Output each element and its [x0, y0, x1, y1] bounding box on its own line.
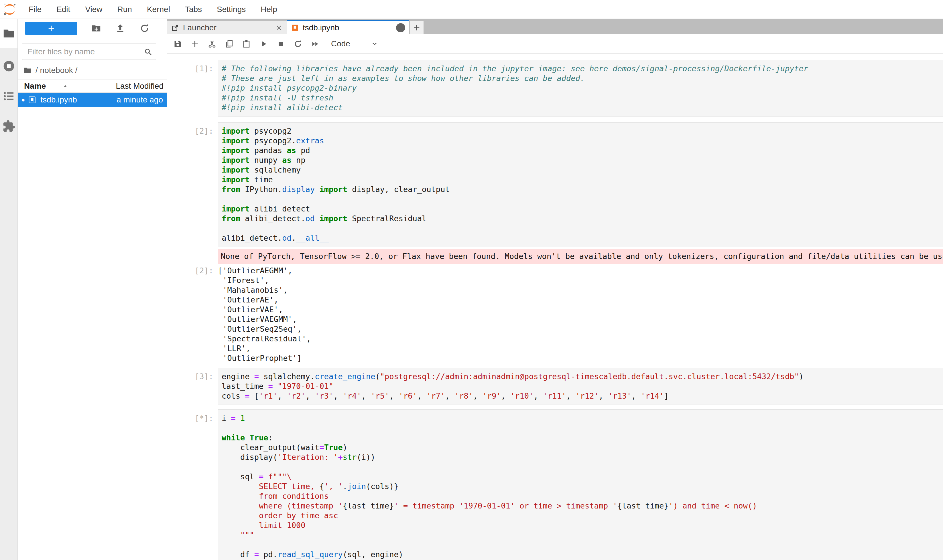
- file-browser-panel: / notebook / Name Last Modified ●tsdb.ip…: [18, 19, 167, 560]
- new-folder-button[interactable]: [91, 23, 101, 34]
- code-editor[interactable]: i = 1 while True: clear_output(wait=True…: [218, 409, 943, 560]
- upload-icon: [115, 23, 125, 34]
- cut-cells-button[interactable]: [204, 36, 219, 51]
- circle-stop-icon: [2, 60, 15, 73]
- plus-icon: [47, 24, 55, 32]
- fast-forward-icon: [311, 40, 319, 48]
- code-line: from alibi_detect.od import SpectralResi…: [222, 214, 943, 223]
- insert-cell-button[interactable]: [187, 36, 202, 51]
- new-launcher-button[interactable]: [25, 22, 77, 35]
- code-line: display('Iteration: '+str(i)): [222, 452, 943, 462]
- code-line: [222, 223, 943, 233]
- notebook-cell: [1]:# The following libraries have alrea…: [167, 60, 943, 117]
- sidebar-tab-table-of-contents[interactable]: [2, 89, 15, 103]
- interrupt-kernel-button[interactable]: [273, 36, 288, 51]
- cell-prompt: [1]:: [167, 60, 218, 117]
- breadcrumb[interactable]: / notebook /: [23, 65, 167, 75]
- cell-prompt: [*]:: [167, 409, 218, 560]
- paste-cells-button[interactable]: [239, 36, 254, 51]
- menu-view[interactable]: View: [77, 0, 110, 18]
- code-line: cols = ['r1', 'r2', 'r3', 'r4', 'r5', 'r…: [222, 391, 943, 401]
- column-last-modified-header[interactable]: Last Modified: [83, 80, 167, 92]
- menu-kernel[interactable]: Kernel: [139, 0, 177, 18]
- menu-run[interactable]: Run: [110, 0, 139, 18]
- main-area: / notebook / Name Last Modified ●tsdb.ip…: [0, 19, 943, 560]
- breadcrumb-path: / notebook /: [35, 66, 77, 75]
- code-line: limit 1000: [222, 520, 943, 530]
- notebook-cell: [2]:import psycopg2import psycopg2.extra…: [167, 122, 943, 247]
- tab-launcher[interactable]: Launcher: [167, 21, 287, 34]
- upload-button[interactable]: [115, 23, 125, 34]
- tab-tsdb-ipynb[interactable]: tsdb.ipynb: [287, 20, 409, 34]
- file-toolbar-icons: [77, 23, 164, 34]
- new-tab-button[interactable]: [410, 21, 423, 34]
- code-editor[interactable]: engine = sqlalchemy.create_engine("postg…: [218, 368, 943, 405]
- activity-bar: [0, 19, 18, 560]
- close-icon[interactable]: [275, 24, 282, 31]
- code-line: clear_output(wait=True): [222, 443, 943, 452]
- unsaved-dot: ●: [21, 93, 25, 107]
- file-name: tsdb.ipynb: [40, 95, 77, 105]
- jupyter-logo-icon: [2, 2, 17, 17]
- code-editor[interactable]: import psycopg2import psycopg2.extrasimp…: [218, 122, 943, 247]
- code-line: # The following libraries have already b…: [222, 64, 943, 74]
- dirty-indicator[interactable]: [396, 23, 405, 32]
- file-list-header: Name Last Modified: [18, 80, 167, 93]
- restart-kernel-button[interactable]: [290, 36, 305, 51]
- code-line: [222, 462, 943, 472]
- code-line: i = 1: [222, 414, 943, 423]
- code-line: import sqlalchemy: [222, 165, 943, 175]
- restart-run-all-button[interactable]: [307, 36, 323, 51]
- code-line: [222, 540, 943, 550]
- file-row[interactable]: ●tsdb.ipynba minute ago: [18, 93, 167, 107]
- notebook-orange-icon: [291, 24, 299, 32]
- refresh-icon: [293, 40, 303, 48]
- notebook-cell: None of PyTorch, TensorFlow >= 2.0, or F…: [167, 249, 943, 264]
- cell-prompt: [2]:: [167, 266, 218, 363]
- stop-icon: [276, 40, 285, 48]
- code-line: df = pd.read_sql_query(sql, engine): [222, 550, 943, 559]
- list-icon: [2, 89, 15, 103]
- code-editor[interactable]: # The following libraries have already b…: [218, 60, 943, 117]
- save-button[interactable]: [170, 36, 185, 51]
- notebook-content: [1]:# The following libraries have alrea…: [167, 54, 943, 560]
- notebook-cell: [*]:i = 1 while True: clear_output(wait=…: [167, 409, 943, 560]
- folder-icon: [2, 27, 15, 40]
- code-line: [222, 423, 943, 433]
- cell-prompt: [2]:: [167, 122, 218, 247]
- sidebar-tab-running-kernels[interactable]: [2, 60, 15, 73]
- menu-settings[interactable]: Settings: [209, 0, 253, 18]
- filter-files-input[interactable]: [27, 47, 144, 57]
- menu-bar: FileEditViewRunKernelTabsSettingsHelp: [0, 0, 943, 19]
- sidebar-tab-file-browser[interactable]: [0, 19, 17, 48]
- code-line: """: [222, 530, 943, 540]
- column-name-header[interactable]: Name: [18, 80, 83, 92]
- launcher-icon: [171, 24, 179, 32]
- menu-tabs[interactable]: Tabs: [177, 0, 209, 18]
- sidebar-tab-extension-manager[interactable]: [2, 120, 15, 133]
- plus-icon: [413, 24, 421, 32]
- code-line: SELECT time, {', '.join(cols)}: [222, 482, 943, 491]
- notebook-cell: [2]:['OutlierAEGMM', 'IForest', 'Mahalan…: [167, 266, 943, 363]
- menu-help[interactable]: Help: [253, 0, 285, 18]
- sort-ascending-icon: [62, 83, 68, 89]
- cell-type-select[interactable]: Code: [331, 39, 378, 48]
- cell-prompt: [167, 249, 218, 264]
- code-line: where (timestamp '{last_time}' = timesta…: [222, 501, 943, 511]
- filter-box: [22, 43, 156, 60]
- code-line: from conditions: [222, 491, 943, 501]
- code-line: [222, 194, 943, 204]
- code-line: order by time asc: [222, 511, 943, 520]
- run-cell-button[interactable]: [256, 36, 271, 51]
- copy-cells-button[interactable]: [222, 36, 236, 51]
- run-icon: [259, 40, 268, 48]
- menu-edit[interactable]: Edit: [49, 0, 77, 18]
- menu-file[interactable]: File: [21, 0, 49, 18]
- code-line: df = df.fillna(method='ffill'): [222, 559, 943, 560]
- puzzle-icon: [2, 120, 15, 133]
- code-line: while True:: [222, 433, 943, 443]
- code-line: import psycopg2.extras: [222, 136, 943, 146]
- folder-plus-icon: [91, 23, 101, 34]
- dock-panel: Launchertsdb.ipynb Code [1]:# The follow…: [167, 19, 943, 560]
- refresh-button[interactable]: [139, 23, 150, 34]
